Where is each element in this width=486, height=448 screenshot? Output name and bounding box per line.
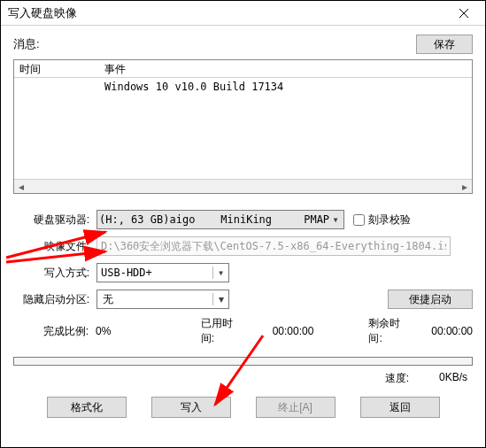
log-box: 时间 事件 Windows 10 v10.0 Build 17134 ◂ ▸ xyxy=(13,59,473,194)
burn-verify-checkbox[interactable]: 刻录校验 xyxy=(353,212,411,228)
remain-label: 剩余时间: xyxy=(368,316,413,346)
close-icon xyxy=(459,8,469,19)
hide-partition-select[interactable]: 无 ▾ xyxy=(96,290,229,309)
write-disk-image-dialog: 写入硬盘映像 消息: 保存 时间 事件 Windows 10 v10.0 Bui… xyxy=(0,0,486,448)
speed-value: 0KB/s xyxy=(439,371,467,386)
window-title: 写入硬盘映像 xyxy=(8,5,450,21)
log-row: Windows 10 v10.0 Build 17134 xyxy=(14,80,472,94)
scroll-right-icon: ▸ xyxy=(458,181,472,193)
complete-label: 完成比例: xyxy=(13,324,96,339)
close-button[interactable] xyxy=(450,5,478,21)
info-label: 消息: xyxy=(13,36,40,52)
quick-boot-button[interactable]: 便捷启动 xyxy=(388,290,473,309)
drive-label: 硬盘驱动器: xyxy=(13,212,96,228)
progress-bar xyxy=(13,357,473,366)
burn-verify-input[interactable] xyxy=(353,214,365,226)
write-mode-select[interactable]: USB-HDD+ ▾ xyxy=(96,263,229,282)
chevron-down-icon: ▾ xyxy=(212,266,228,279)
elapsed-label: 已用时间: xyxy=(201,316,246,346)
format-button[interactable]: 格式化 xyxy=(47,397,127,418)
status-row: 完成比例: 0% 已用时间: 00:00:00 剩余时间: 00:00:00 xyxy=(13,316,473,346)
log-col-time: 时间 xyxy=(14,60,99,77)
abort-button[interactable]: 终止[A] xyxy=(256,397,336,418)
image-label: 映像文件: xyxy=(13,239,96,254)
chevron-down-icon: ▾ xyxy=(329,213,342,226)
speed-label: 速度: xyxy=(385,371,409,386)
chevron-down-icon: ▾ xyxy=(212,293,228,305)
hide-label: 隐藏启动分区: xyxy=(13,292,96,307)
write-button[interactable]: 写入 xyxy=(151,397,231,418)
horizontal-scrollbar[interactable]: ◂ ▸ xyxy=(14,179,472,193)
save-button[interactable]: 保存 xyxy=(416,35,473,54)
elapsed-value: 00:00:00 xyxy=(273,325,369,337)
log-header: 时间 事件 xyxy=(14,60,472,78)
drive-select[interactable]: (H:, 63 GB)aigo MiniKing PMAP ▾ xyxy=(96,210,344,229)
complete-value: 0% xyxy=(96,325,201,337)
mode-label: 写入方式: xyxy=(13,266,96,281)
scroll-left-icon: ◂ xyxy=(14,181,28,193)
log-col-event: 事件 xyxy=(99,60,472,77)
speed-row: 速度: 0KB/s xyxy=(13,371,473,386)
log-body: Windows 10 v10.0 Build 17134 xyxy=(14,78,472,179)
remain-value: 00:00:00 xyxy=(431,325,473,337)
titlebar: 写入硬盘映像 xyxy=(1,1,485,26)
back-button[interactable]: 返回 xyxy=(360,397,440,418)
image-file-input[interactable] xyxy=(96,236,451,256)
